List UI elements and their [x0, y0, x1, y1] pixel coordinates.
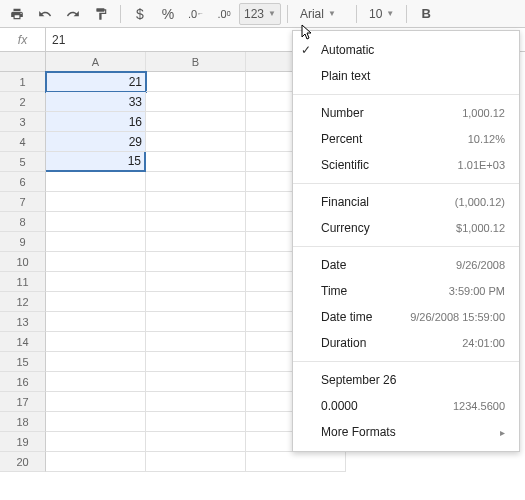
cell[interactable]: 16	[46, 112, 146, 132]
cell[interactable]	[146, 192, 246, 212]
row-header[interactable]: 17	[0, 392, 46, 412]
row-header[interactable]: 5	[0, 152, 46, 172]
row-header[interactable]: 1	[0, 72, 46, 92]
cell[interactable]	[46, 352, 146, 372]
row-header[interactable]: 13	[0, 312, 46, 332]
menu-item-scientific[interactable]: Scientific 1.01E+03	[293, 152, 519, 178]
cell[interactable]	[146, 272, 246, 292]
menu-item-automatic[interactable]: ✓ Automatic	[293, 37, 519, 63]
row-header[interactable]: 15	[0, 352, 46, 372]
menu-label: Date time	[321, 310, 372, 324]
cell[interactable]	[46, 192, 146, 212]
row-header[interactable]: 16	[0, 372, 46, 392]
row-header[interactable]: 4	[0, 132, 46, 152]
row-header[interactable]: 11	[0, 272, 46, 292]
row-header[interactable]: 14	[0, 332, 46, 352]
menu-item-time[interactable]: Time 3:59:00 PM	[293, 278, 519, 304]
cell[interactable]	[146, 412, 246, 432]
column-header[interactable]: B	[146, 52, 246, 72]
cell[interactable]: 29	[46, 132, 146, 152]
cell[interactable]: 33	[46, 92, 146, 112]
bold-button[interactable]: B	[413, 3, 439, 25]
cell[interactable]	[146, 132, 246, 152]
cell[interactable]	[46, 172, 146, 192]
cell[interactable]	[146, 112, 246, 132]
cell[interactable]	[146, 92, 246, 112]
row-header[interactable]: 2	[0, 92, 46, 112]
row-header[interactable]: 3	[0, 112, 46, 132]
row-header[interactable]: 12	[0, 292, 46, 312]
row-header[interactable]: 8	[0, 212, 46, 232]
cell[interactable]	[146, 172, 246, 192]
cell[interactable]	[146, 72, 246, 92]
decrease-decimal-icon[interactable]: .0←	[183, 3, 209, 25]
cell[interactable]	[146, 312, 246, 332]
row-header[interactable]: 19	[0, 432, 46, 452]
column-header[interactable]: A	[46, 52, 146, 72]
row-header[interactable]: 9	[0, 232, 46, 252]
cell[interactable]	[46, 292, 146, 312]
cell[interactable]	[146, 432, 246, 452]
cell[interactable]	[46, 252, 146, 272]
print-icon[interactable]	[4, 3, 30, 25]
menu-item-more-formats[interactable]: More Formats ▸	[293, 419, 519, 445]
undo-icon[interactable]	[32, 3, 58, 25]
cell[interactable]	[146, 332, 246, 352]
menu-label: Duration	[321, 336, 366, 350]
separator	[356, 5, 357, 23]
formula-input[interactable]: 21	[46, 33, 71, 47]
row-header[interactable]: 20	[0, 452, 46, 472]
cell[interactable]	[146, 452, 246, 472]
row-header[interactable]: 7	[0, 192, 46, 212]
font-label: Arial	[300, 7, 324, 21]
more-formats-button[interactable]: 123 ▼	[239, 3, 281, 25]
cell[interactable]	[146, 352, 246, 372]
menu-item-currency[interactable]: Currency $1,000.12	[293, 215, 519, 241]
format-123-label: 123	[244, 7, 264, 21]
cell[interactable]	[46, 392, 146, 412]
cell[interactable]	[46, 452, 146, 472]
cell[interactable]: 21	[46, 72, 146, 92]
cell[interactable]	[46, 372, 146, 392]
percent-icon[interactable]: %	[155, 3, 181, 25]
cell[interactable]	[46, 232, 146, 252]
cell[interactable]	[146, 152, 246, 172]
cell[interactable]	[46, 412, 146, 432]
cell[interactable]	[46, 432, 146, 452]
increase-decimal-icon[interactable]: .00	[211, 3, 237, 25]
menu-label: Number	[321, 106, 364, 120]
size-label: 10	[369, 7, 382, 21]
menu-item-custom-number[interactable]: 0.0000 1234.5600	[293, 393, 519, 419]
menu-item-duration[interactable]: Duration 24:01:00	[293, 330, 519, 356]
menu-item-custom-date[interactable]: September 26	[293, 367, 519, 393]
cell[interactable]	[246, 452, 346, 472]
menu-item-number[interactable]: Number 1,000.12	[293, 100, 519, 126]
cell[interactable]: 15	[46, 152, 146, 172]
menu-item-financial[interactable]: Financial (1,000.12)	[293, 189, 519, 215]
cell[interactable]	[46, 212, 146, 232]
cell[interactable]	[146, 392, 246, 412]
menu-label: Currency	[321, 221, 370, 235]
font-size-dropdown[interactable]: 10 ▼	[363, 3, 400, 25]
menu-item-datetime[interactable]: Date time 9/26/2008 15:59:00	[293, 304, 519, 330]
row-header[interactable]: 18	[0, 412, 46, 432]
cell[interactable]	[146, 292, 246, 312]
cell[interactable]	[146, 232, 246, 252]
row-header[interactable]: 10	[0, 252, 46, 272]
cell[interactable]	[46, 312, 146, 332]
select-all-corner[interactable]	[0, 52, 46, 72]
menu-item-date[interactable]: Date 9/26/2008	[293, 252, 519, 278]
cell[interactable]	[146, 372, 246, 392]
menu-item-percent[interactable]: Percent 10.12%	[293, 126, 519, 152]
cell[interactable]	[46, 272, 146, 292]
font-family-dropdown[interactable]: Arial ▼	[294, 3, 350, 25]
menu-sample: 1.01E+03	[458, 159, 505, 171]
currency-icon[interactable]: $	[127, 3, 153, 25]
cell[interactable]	[146, 212, 246, 232]
paint-format-icon[interactable]	[88, 3, 114, 25]
menu-item-plain-text[interactable]: Plain text	[293, 63, 519, 89]
redo-icon[interactable]	[60, 3, 86, 25]
cell[interactable]	[146, 252, 246, 272]
row-header[interactable]: 6	[0, 172, 46, 192]
cell[interactable]	[46, 332, 146, 352]
